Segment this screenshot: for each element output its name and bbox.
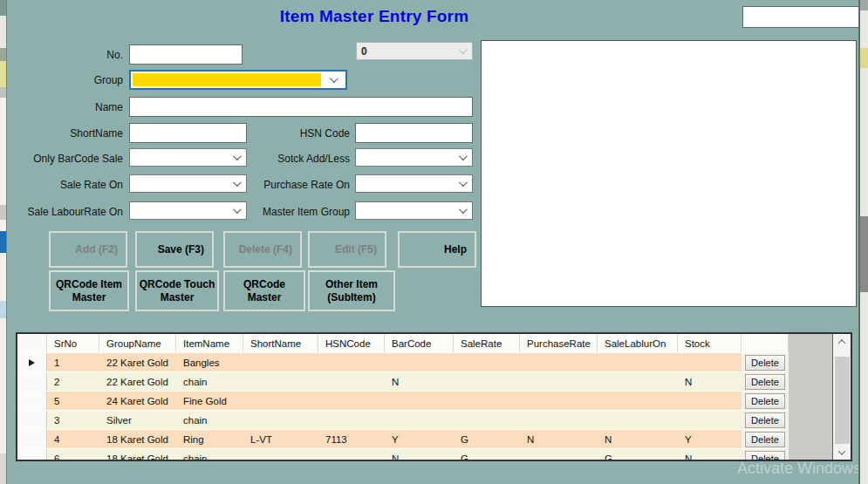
grid-cell[interactable]: 18 Karet Gold xyxy=(99,449,176,461)
no-input[interactable] xyxy=(129,44,243,65)
grid-cell[interactable] xyxy=(385,353,454,372)
grid-cell[interactable]: G xyxy=(598,449,678,461)
sale-labour-rate-on-select[interactable] xyxy=(129,201,247,220)
name-input[interactable] xyxy=(129,97,473,117)
grid-cell[interactable] xyxy=(520,353,598,372)
top-right-input[interactable] xyxy=(742,6,862,28)
only-barcode-sale-select[interactable] xyxy=(129,148,247,167)
grid-header-cell[interactable]: Stock xyxy=(678,334,742,352)
grid-cell[interactable] xyxy=(243,353,318,372)
other-item-subitem-button[interactable]: Other Item (SubItem) xyxy=(308,270,395,311)
grid-header-cell[interactable]: PurchaseRate xyxy=(520,334,598,352)
grid-cell[interactable]: Y xyxy=(385,430,454,448)
grid-cell[interactable] xyxy=(454,411,520,429)
grid-cell[interactable]: Silver xyxy=(99,411,176,429)
delete-button[interactable]: Delete (F4) xyxy=(223,231,302,268)
grid-cell[interactable]: G xyxy=(454,449,520,461)
grid-cell[interactable]: 4 xyxy=(47,430,99,448)
row-selector[interactable] xyxy=(17,353,47,372)
table-row[interactable]: 418 Karet GoldRingL-VT7113YGNNYDelete xyxy=(17,429,789,448)
grid-cell[interactable]: 5 xyxy=(47,392,99,410)
row-delete-button[interactable]: Delete xyxy=(745,355,785,371)
table-row[interactable]: 3SilverchainDelete xyxy=(17,410,789,429)
grid-cell[interactable]: G xyxy=(454,430,520,448)
table-row[interactable]: 222 Karet GoldchainNNDelete xyxy=(17,372,789,391)
row-selector[interactable] xyxy=(17,372,47,391)
grid-cell[interactable] xyxy=(598,372,678,391)
grid-cell[interactable]: N xyxy=(385,449,454,461)
grid-cell[interactable]: 22 Karet Gold xyxy=(99,372,176,391)
grid-cell[interactable] xyxy=(243,392,318,410)
grid-cell[interactable] xyxy=(678,353,742,372)
scroll-up-icon[interactable] xyxy=(833,334,851,349)
grid-cell[interactable]: 2 xyxy=(47,372,99,391)
row-selector[interactable] xyxy=(17,430,47,448)
row-delete-button[interactable]: Delete xyxy=(745,432,785,447)
grid-cell[interactable]: 6 xyxy=(47,449,99,461)
grid-cell[interactable]: chain xyxy=(176,411,243,429)
grid-header-cell[interactable]: SaleLablurOn xyxy=(598,334,678,352)
stock-add-less-select[interactable] xyxy=(355,148,473,167)
shortname-input[interactable] xyxy=(129,123,247,143)
grid-cell[interactable]: 1 xyxy=(47,353,99,372)
group-select-button[interactable] xyxy=(321,73,344,86)
table-row[interactable]: 618 Karet GoldchainNGGNDelete xyxy=(17,448,789,461)
grid-cell[interactable]: 24 Karet Gold xyxy=(99,392,176,410)
grid-cell[interactable] xyxy=(454,392,520,410)
row-selector[interactable] xyxy=(17,411,47,429)
row-selector[interactable] xyxy=(17,449,47,461)
purchase-rate-on-select[interactable] xyxy=(355,174,473,193)
grid-cell[interactable]: N xyxy=(598,430,678,448)
grid-cell[interactable] xyxy=(318,449,385,461)
grid-cell[interactable]: N xyxy=(385,372,454,391)
grid-cell[interactable] xyxy=(385,411,454,429)
grid-header-cell[interactable]: BarCode xyxy=(385,334,454,352)
edit-button[interactable]: Edit (F5) xyxy=(308,231,386,268)
group-select[interactable] xyxy=(129,70,347,90)
grid-header-cell[interactable]: GroupName xyxy=(99,334,176,352)
grid-cell[interactable] xyxy=(678,392,742,410)
grid-cell[interactable]: chain xyxy=(176,449,243,461)
grid-header-cell[interactable]: SaleRate xyxy=(454,334,520,352)
grid-cell[interactable]: N xyxy=(678,449,742,461)
grid-cell[interactable]: Fine Gold xyxy=(176,392,243,410)
grid-cell[interactable] xyxy=(598,392,678,410)
sale-rate-on-select[interactable] xyxy=(129,174,247,193)
grid-cell[interactable] xyxy=(598,411,678,429)
grid-vertical-scrollbar[interactable] xyxy=(832,334,851,460)
grid-cell[interactable] xyxy=(520,411,598,429)
grid-cell[interactable] xyxy=(318,411,385,429)
grid-cell[interactable] xyxy=(520,449,598,461)
hsn-code-input[interactable] xyxy=(355,123,473,143)
grid-cell[interactable] xyxy=(678,411,742,429)
row-delete-button[interactable]: Delete xyxy=(745,374,785,390)
grid-cell[interactable]: 18 Karet Gold xyxy=(99,430,176,448)
grid-cell[interactable]: Bangles xyxy=(176,353,243,372)
grid-cell[interactable] xyxy=(520,372,598,391)
add-button[interactable]: Add (F2) xyxy=(49,231,127,268)
grid-header-cell[interactable]: ShortName xyxy=(243,334,318,352)
scroll-down-icon[interactable] xyxy=(833,445,851,460)
row-delete-button[interactable]: Delete xyxy=(745,393,785,409)
grid-cell[interactable]: 3 xyxy=(47,411,99,429)
grid-cell[interactable]: L-VT xyxy=(243,430,318,448)
grid-cell[interactable]: 22 Karet Gold xyxy=(99,353,176,372)
grid-cell[interactable]: N xyxy=(678,372,742,391)
grid-cell[interactable] xyxy=(318,392,385,410)
qrcode-item-master-button[interactable]: QRCode Item Master xyxy=(49,270,129,311)
grid-header-cell[interactable]: SrNo xyxy=(47,334,99,352)
row-delete-button[interactable]: Delete xyxy=(745,412,785,428)
grid-cell[interactable]: chain xyxy=(176,372,243,391)
master-item-group-select[interactable] xyxy=(355,201,473,220)
help-button[interactable]: Help xyxy=(398,231,476,268)
grid-cell[interactable]: Y xyxy=(678,430,742,448)
row-selector[interactable] xyxy=(17,392,47,410)
table-row[interactable]: 122 Karet GoldBanglesDelete xyxy=(17,352,789,372)
grid-cell[interactable] xyxy=(598,353,678,372)
grid-cell[interactable]: Ring xyxy=(176,430,243,448)
qrcode-touch-master-button[interactable]: QRCode Touch Master xyxy=(135,270,219,311)
grid-header-cell[interactable]: ItemName xyxy=(176,334,243,352)
grid-cell[interactable] xyxy=(243,449,318,461)
save-button[interactable]: Save (F3) xyxy=(135,231,214,268)
grid-cell[interactable]: 7113 xyxy=(318,430,385,448)
